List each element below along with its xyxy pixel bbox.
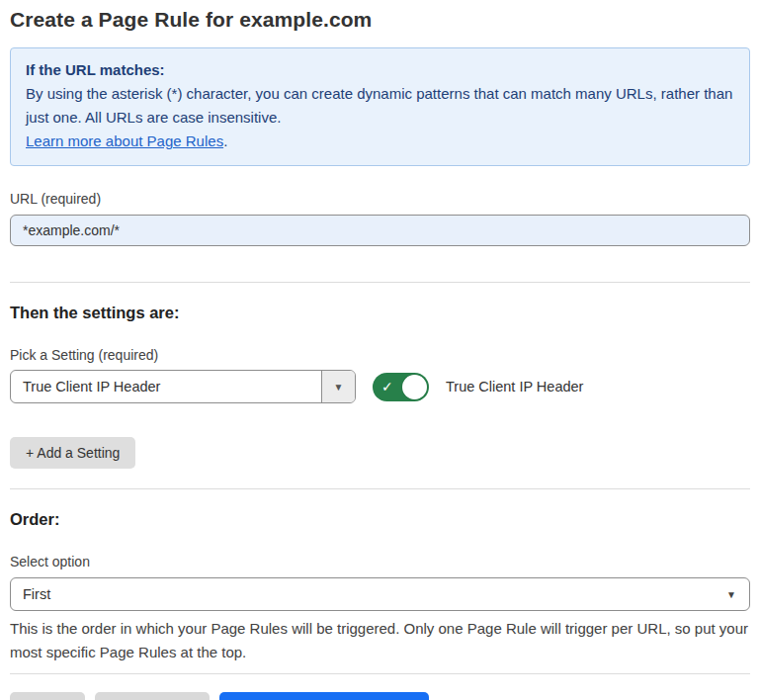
section-divider <box>10 673 750 674</box>
order-section-heading: Order: <box>10 510 750 529</box>
order-help-text: This is the order in which your Page Rul… <box>10 617 750 664</box>
url-field-label: URL (required) <box>10 191 750 207</box>
learn-more-link[interactable]: Learn more about Page Rules <box>26 132 223 149</box>
setting-dropdown-value: True Client IP Header <box>11 371 321 402</box>
toggle-knob <box>402 375 427 399</box>
chevron-down-icon: ▼ <box>726 589 736 600</box>
section-divider <box>10 282 750 283</box>
setting-row: True Client IP Header ▼ ✓ True Client IP… <box>10 370 750 403</box>
setting-dropdown[interactable]: True Client IP Header ▼ <box>10 370 356 403</box>
setting-toggle-label: True Client IP Header <box>446 379 583 394</box>
info-box-heading: If the URL matches: <box>26 58 734 82</box>
order-select-label: Select option <box>10 554 750 569</box>
url-input[interactable] <box>10 215 750 246</box>
chevron-down-icon: ▼ <box>334 382 344 393</box>
page-rule-form: Create a Page Rule for example.com If th… <box>0 0 760 700</box>
page-title: Create a Page Rule for example.com <box>10 8 750 32</box>
save-as-draft-button[interactable]: Save as Draft <box>95 692 211 700</box>
setting-dropdown-caret-button[interactable]: ▼ <box>321 371 355 402</box>
order-select[interactable]: First ▼ <box>10 577 750 611</box>
save-and-deploy-button[interactable]: Save and Deploy Page Rule <box>219 692 429 700</box>
check-icon: ✓ <box>381 380 393 394</box>
section-divider <box>10 488 750 489</box>
link-suffix: . <box>223 132 227 149</box>
info-box-link-line: Learn more about Page Rules. <box>26 130 734 153</box>
setting-picker-label: Pick a Setting (required) <box>10 347 750 363</box>
url-match-info-box: If the URL matches: By using the asteris… <box>10 47 750 166</box>
info-box-body: By using the asterisk (*) character, you… <box>26 82 734 130</box>
form-actions: Cancel Save as Draft Save and Deploy Pag… <box>10 692 750 700</box>
cancel-button[interactable]: Cancel <box>10 692 85 700</box>
setting-toggle[interactable]: ✓ <box>373 373 429 401</box>
settings-section-heading: Then the settings are: <box>10 304 750 322</box>
order-select-value: First <box>11 578 749 610</box>
add-setting-button[interactable]: + Add a Setting <box>10 437 135 469</box>
